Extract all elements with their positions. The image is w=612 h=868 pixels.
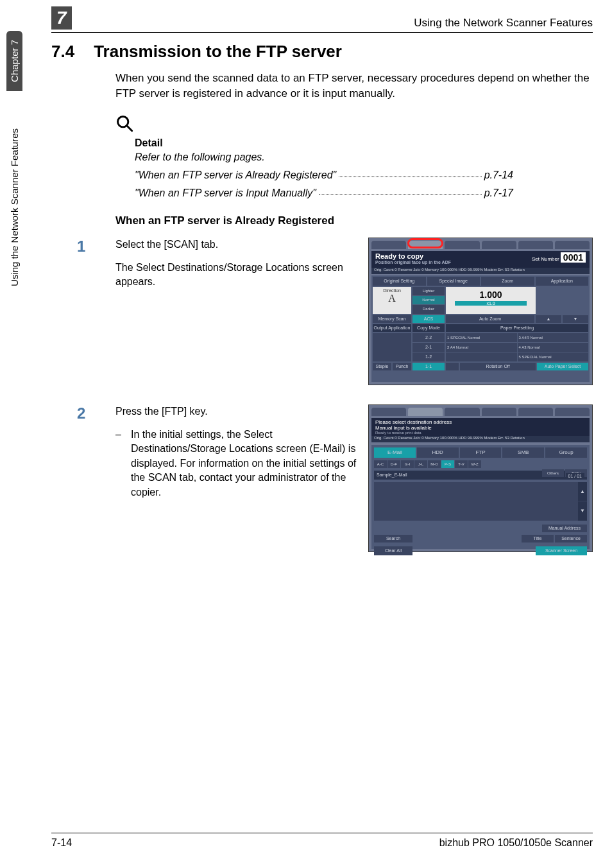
- ref-leader-2: [319, 187, 482, 195]
- tab-recall[interactable]: [482, 241, 516, 249]
- paper-2[interactable]: 2 A4 Normal: [446, 343, 517, 352]
- status-sub1: Position original face up in the ADF: [375, 260, 451, 265]
- alpha-ps[interactable]: P-S: [441, 460, 454, 468]
- s2-tab-scan[interactable]: [408, 408, 443, 416]
- manual-address[interactable]: Manual Address: [542, 525, 587, 532]
- status-main: Ready to copy: [375, 252, 423, 260]
- step-2: 2 Press the [FTP] key. In the initial se…: [77, 404, 593, 552]
- mode-2-2[interactable]: 2-2: [412, 333, 445, 342]
- step-1-line-2: The Select Destinations/Storage Location…: [115, 261, 362, 290]
- s2-status-2: Manual input is available: [375, 425, 586, 431]
- s2-tab-joblist[interactable]: [518, 408, 553, 416]
- s2-tab-store[interactable]: [445, 408, 479, 416]
- step-2-bullet-1: In the initial settings, the Select Dest…: [115, 428, 362, 499]
- detail-head: Detail: [135, 137, 593, 149]
- step-2-number: 2: [77, 404, 115, 422]
- mode-1-2[interactable]: 1-2: [412, 352, 445, 361]
- output-icon[interactable]: [373, 333, 411, 361]
- search-button[interactable]: Search: [374, 535, 412, 542]
- punch-button[interactable]: Punch: [393, 363, 411, 370]
- tab-joblist[interactable]: [518, 241, 553, 249]
- mode-2-1[interactable]: 2-1: [412, 343, 445, 352]
- proto-group[interactable]: Group: [545, 447, 587, 458]
- paper-5[interactable]: 5 SPECIAL Normal: [518, 352, 589, 361]
- svg-line-1: [127, 125, 132, 130]
- btn-zoom[interactable]: Zoom: [481, 277, 534, 286]
- memory-scan[interactable]: Memory Scan: [373, 315, 411, 323]
- section-title: 7.4 Transmission to the FTP server: [51, 42, 593, 62]
- subheading: When an FTP server is Already Registered: [115, 214, 593, 227]
- dest-list: 01 / 01 ▲ ▼: [374, 482, 587, 521]
- set-number-label: Set Number: [532, 256, 559, 262]
- paper-presetting-label: Paper Presetting: [446, 324, 588, 332]
- scan-tab-highlight: [407, 238, 443, 248]
- density-lighter[interactable]: Lighter: [412, 287, 445, 295]
- step-2-line-1: Press the [FTP] key.: [115, 404, 362, 419]
- alpha-jl[interactable]: J-L: [414, 460, 427, 468]
- title-button[interactable]: Title: [522, 535, 554, 542]
- proto-ftp[interactable]: FTP: [460, 447, 502, 458]
- s2-tab-copy[interactable]: [371, 408, 406, 416]
- direction-box[interactable]: Direction A: [373, 287, 411, 314]
- scanner-screen-button[interactable]: Scanner Screen: [536, 546, 587, 555]
- detail-body: Refer to the following pages.: [135, 152, 593, 163]
- scroll-up[interactable]: ▲: [578, 482, 587, 501]
- ref-text-2: "When an FTP server is Input Manually": [135, 187, 316, 199]
- alpha-df[interactable]: D-F: [387, 460, 400, 468]
- zoom-value: 1.000: [446, 287, 536, 300]
- ref-page-1: p.7-14: [484, 169, 513, 181]
- scroll-down[interactable]: ▼: [578, 501, 587, 521]
- rotate-icon[interactable]: [446, 363, 459, 370]
- paper-4[interactable]: 4 A3 Normal: [518, 343, 589, 352]
- section-number: 7.4: [51, 42, 74, 62]
- ref-line-1: "When an FTP server is Already Registere…: [135, 169, 513, 181]
- tab-machine[interactable]: [555, 241, 590, 249]
- s2-tab-machine[interactable]: [555, 408, 590, 416]
- screenshot-copy-screen: Ready to copy Position original face up …: [368, 238, 593, 385]
- paper-3[interactable]: 3 A4R Normal: [518, 333, 589, 342]
- s2-meta: Orig. Count 0 Reserve Job: 0 Memory 100.…: [371, 436, 590, 442]
- btn-special-image[interactable]: Special Image: [427, 277, 480, 286]
- alpha-gi[interactable]: G-I: [401, 460, 414, 468]
- proto-hdd[interactable]: HDD: [417, 447, 459, 458]
- clear-all[interactable]: Clear All: [374, 546, 412, 555]
- auto-zoom[interactable]: Auto Zoom: [446, 315, 534, 323]
- arrow-down[interactable]: ▼: [563, 315, 588, 323]
- running-head: Using the Network Scanner Features: [414, 17, 593, 30]
- btn-original-setting[interactable]: Original Setting: [373, 277, 426, 286]
- alpha-mo[interactable]: M-O: [428, 460, 441, 468]
- footer-product: bizhub PRO 1050/1050e Scanner: [439, 837, 593, 849]
- zoom-box[interactable]: 1.000 x1.0: [446, 287, 536, 314]
- page-footer: 7-14 bizhub PRO 1050/1050e Scanner: [51, 833, 593, 849]
- magnifier-icon: [115, 114, 133, 132]
- alpha-ac[interactable]: A-C: [374, 460, 387, 468]
- step-1: 1 Select the [SCAN] tab. The Select Dest…: [77, 238, 593, 385]
- one-one-button[interactable]: 1-1: [412, 363, 445, 370]
- staple-button[interactable]: Staple: [373, 363, 391, 370]
- s2-tab-recall[interactable]: [482, 408, 516, 416]
- tab-copy[interactable]: [371, 241, 406, 249]
- meta-bar: Orig. Count 0 Reserve Job: 0 Memory 100.…: [371, 268, 590, 274]
- arrow-up[interactable]: ▲: [536, 315, 561, 323]
- copy-mode-label: Copy Mode: [412, 324, 445, 332]
- auto-paper-select[interactable]: Auto Paper Select: [537, 363, 588, 370]
- density-darker[interactable]: Darker: [412, 305, 445, 313]
- proto-email[interactable]: E-Mail: [374, 447, 416, 458]
- paper-1[interactable]: 1 SPECIAL Normal: [446, 333, 517, 342]
- proto-smb[interactable]: SMB: [502, 447, 544, 458]
- ref-page-2: p.7-17: [484, 187, 513, 199]
- step-1-line-1: Select the [SCAN] tab.: [115, 238, 362, 252]
- output-application-label[interactable]: Output Application: [373, 324, 411, 332]
- rotation-off[interactable]: Rotation Off: [460, 363, 536, 370]
- others-button[interactable]: Others: [542, 469, 564, 477]
- sentence-button[interactable]: Sentence: [555, 535, 587, 542]
- alpha-tv[interactable]: T-V: [455, 460, 468, 468]
- tab-store[interactable]: [445, 241, 479, 249]
- btn-application[interactable]: Application: [536, 277, 589, 286]
- zoom-x1[interactable]: x1.0: [455, 301, 527, 306]
- intro-paragraph: When you send the scanned data to an FTP…: [115, 71, 593, 101]
- density-normal[interactable]: Normal: [412, 296, 445, 304]
- ref-leader-1: [339, 169, 481, 177]
- acs-button[interactable]: ACS: [412, 315, 445, 323]
- alpha-wz[interactable]: W-Z: [468, 460, 481, 468]
